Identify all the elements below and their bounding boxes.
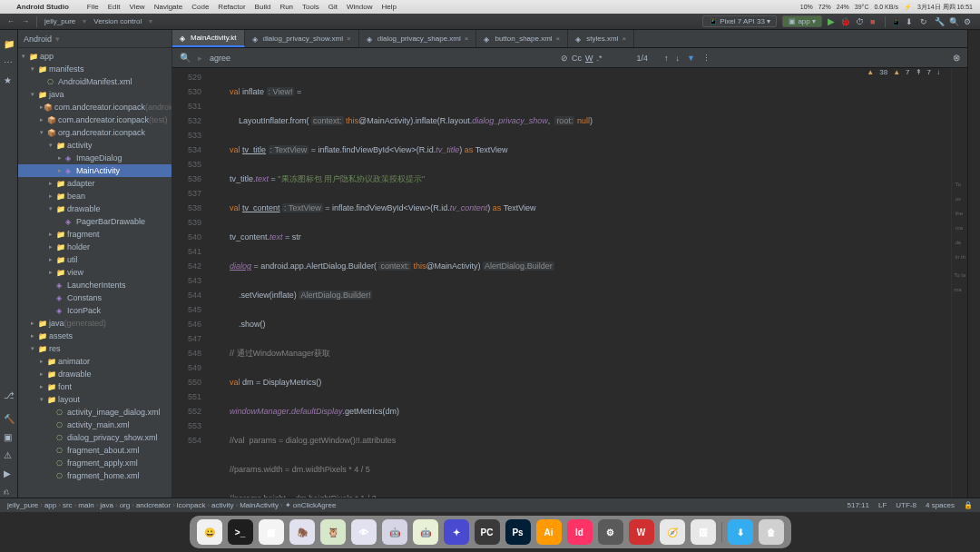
nav-fwd-icon[interactable]: → [22,17,29,25]
find-case-icon[interactable]: Cc [572,54,582,63]
tree-item[interactable]: ▾ 📁 app [18,50,172,63]
mac-status-item[interactable]: 39°C [855,4,869,10]
find-regex-icon[interactable]: .* [597,54,603,63]
editor-tab[interactable]: ◈ MainActivity.kt [172,30,245,47]
mac-menu-item[interactable]: Refactor [218,3,245,11]
tree-item[interactable]: ◈ LauncherIntents [18,279,172,291]
file-encoding[interactable]: UTF-8 [896,501,916,509]
breadcrumb[interactable]: jelly_pure › app › src › main › java › o… [7,501,336,509]
avd-icon[interactable]: 📱 [891,17,900,26]
tree-item[interactable]: ▸ 📁 fragment [18,228,172,241]
breadcrumb-item[interactable]: main [78,501,93,509]
tree-item[interactable]: ▸ 📁 drawable [18,368,172,380]
close-tab-icon[interactable]: × [465,34,469,43]
app-name[interactable]: Android Studio [16,3,69,11]
vcs-tool-icon[interactable]: ⎌ [4,487,15,498]
dock-app-icon[interactable]: 🦉 [320,519,346,545]
dock-app-icon[interactable]: PC [475,519,500,545]
mac-menu-item[interactable]: Code [191,3,209,11]
mac-menu-item[interactable]: Window [347,3,372,11]
tree-item[interactable]: ▸ ◈ ImageDialog [18,152,172,164]
tree-item[interactable]: ▾ 📁 drawable [18,202,172,215]
tree-item[interactable]: ⎔ dialog_privacy_show.xml [18,431,172,444]
breadcrumb-item[interactable]: java [100,501,113,509]
breadcrumb-item[interactable]: activity [211,501,233,509]
mac-menu-item[interactable]: File [87,3,99,11]
mac-menu-item[interactable]: Build [255,3,271,11]
mac-status-item[interactable]: 3月14日 周四 16:51 [917,3,973,12]
breadcrumb-item[interactable]: jelly_pure [7,501,38,509]
minimap[interactable]: Toovthemadein th To lama [951,68,967,498]
breadcrumb-item[interactable]: andcreator [136,501,171,509]
editor-tab[interactable]: ◈ button_shape.xml × [476,30,568,47]
project-name[interactable]: jelly_pure [44,17,75,25]
find-filter-icon[interactable]: ▼ [687,54,695,63]
tree-item[interactable]: ▾ 📁 manifests [18,63,172,75]
find-down-icon[interactable]: ↓ [676,54,681,63]
tree-item[interactable]: ⎔ fragment_apply.xml [18,457,172,469]
tree-item[interactable]: ▸ 📁 java (generated) [18,317,172,330]
run-tool-icon[interactable]: ▶ [4,468,15,479]
dock-app-icon[interactable]: Ps [505,519,531,545]
bookmarks-tool-icon[interactable]: ★ [4,75,15,86]
dock-app-icon[interactable]: 🧭 [660,519,685,545]
problems-tool-icon[interactable]: ⚠ [4,450,15,461]
tree-item[interactable]: ⎔ fragment_about.xml [18,444,172,457]
tree-item[interactable]: ▾ 📁 java [18,88,172,101]
line-separator[interactable]: LF [878,501,887,509]
tree-item[interactable]: ◈ Constans [18,291,172,304]
editor-tab[interactable]: ◈ dialog_privacy_shape.xml × [359,30,477,47]
find-prev-icon[interactable]: ⊘ [561,54,568,63]
dock-app-icon[interactable]: 🦣 [289,519,315,545]
dock-app-icon[interactable]: >_ [228,519,253,545]
git-tool-icon[interactable]: ⎇ [4,390,15,401]
mac-status-item[interactable]: 24% [837,4,849,10]
project-view-selector[interactable]: Android▾ [18,30,172,48]
tree-item[interactable]: ▸ 📁 animator [18,355,172,368]
editor-tab[interactable]: ◈ styles.xml × [568,30,634,47]
tree-item[interactable]: ▸ 📁 holder [18,241,172,253]
find-input[interactable] [210,54,318,63]
dock-app-icon[interactable]: 🤖 [382,519,407,545]
tree-item[interactable]: ⎔ activity_image_dialog.xml [18,406,172,419]
mac-menu-item[interactable]: Navigate [154,3,183,11]
tree-item[interactable]: ⎔ fragment_home.xml [18,469,172,482]
editor-tab[interactable]: ◈ dialog_privacy_show.xml × [245,30,359,47]
dock-app-icon[interactable]: Ai [536,519,562,545]
tree-item[interactable]: ◈ PagerBarDrawable [18,215,172,228]
mac-menu-item[interactable]: Git [328,3,338,11]
project-tool-icon[interactable]: 📁 [4,39,15,50]
build-tool-icon[interactable]: 🔨 [4,414,15,425]
find-word-icon[interactable]: W [585,54,593,63]
dock-app-icon[interactable]: ▦ [259,519,284,545]
breadcrumb-item[interactable]: ✦ onClickAgree [285,501,337,509]
mac-menu-item[interactable]: View [129,3,144,11]
close-tab-icon[interactable]: × [622,34,626,43]
mac-menu-item[interactable]: Edit [108,3,121,11]
tree-item[interactable]: ▸ 📁 adapter [18,177,172,190]
indent-setting[interactable]: 4 spaces [926,501,955,509]
tree-item[interactable]: ▸ 📦 com.andcreator.iconpack (test) [18,113,172,126]
tree-item[interactable]: ▾ 📦 org.andcreator.iconpack [18,126,172,139]
close-tab-icon[interactable]: × [556,34,561,43]
line-gutter[interactable]: 5295305315325335345355365375385395405415… [172,68,207,498]
breadcrumb-item[interactable]: org [120,501,131,509]
tree-item[interactable]: ⎔ AndroidManifest.xml [18,75,172,88]
readonly-icon[interactable]: 🔒 [964,501,973,509]
search-icon[interactable]: 🔍 [949,17,958,26]
dock-app-icon[interactable]: ⚙ [598,519,623,545]
dock-app-icon[interactable]: W [629,519,654,545]
dock-app-icon[interactable]: ⬇ [728,519,753,545]
mac-status-item[interactable]: ⚡ [904,4,912,11]
settings-icon[interactable]: ⚙ [964,17,973,26]
mac-status-item[interactable]: 10% [800,4,813,10]
sdk-icon[interactable]: ⬇ [906,17,915,26]
cursor-position[interactable]: 517:11 [847,501,868,509]
close-tab-icon[interactable]: × [347,34,351,43]
tree-item[interactable]: ▸ 📁 assets [18,330,172,342]
dock-app-icon[interactable]: Id [567,519,593,545]
run-icon[interactable]: ▶ [828,16,835,26]
mac-status-item[interactable]: 72% [818,4,831,10]
mac-menu-item[interactable]: Help [381,3,396,11]
breadcrumb-item[interactable]: iconpack [177,501,206,509]
